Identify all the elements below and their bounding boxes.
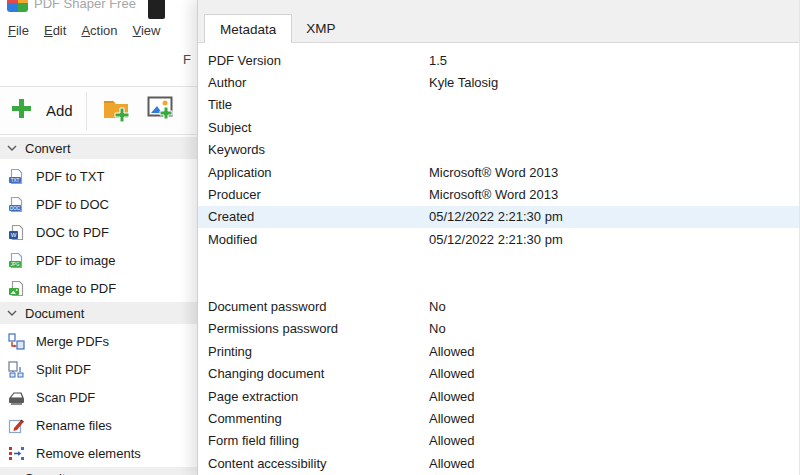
row-value: No <box>429 299 799 314</box>
tab-metadata-label: Metadata <box>220 22 276 37</box>
sidebar-item-label: Scan PDF <box>36 390 95 405</box>
sidebar-item-pdf-to-txt[interactable]: TXT PDF to TXT <box>0 162 197 190</box>
sidebar: Convert TXT PDF to TXT DOC PDF to DOC <box>0 137 197 475</box>
row-label: PDF Version <box>208 53 429 68</box>
row-label: Commenting <box>208 411 429 426</box>
row-value: Kyle Talosig <box>429 75 799 90</box>
row-value: No <box>429 321 799 336</box>
row-subject[interactable]: Subject <box>198 116 799 138</box>
row-value: Microsoft® Word 2013 <box>429 165 799 180</box>
sidebar-item-split-pdf[interactable]: Split PDF <box>0 355 197 383</box>
sidebar-section-convert[interactable]: Convert <box>0 137 197 159</box>
row-label: Producer <box>208 187 429 202</box>
toolbar-separator <box>86 92 87 130</box>
row-label: Printing <box>208 344 429 359</box>
row-pdf-version[interactable]: PDF Version 1.5 <box>198 49 799 71</box>
row-label: Application <box>208 165 429 180</box>
row-changing-document[interactable]: Changing document Allowed <box>198 362 799 384</box>
sidebar-item-label: PDF to TXT <box>36 169 104 184</box>
row-label: Subject <box>208 120 429 135</box>
row-value: Allowed <box>429 456 799 471</box>
sidebar-item-label: PDF to image <box>36 253 115 268</box>
sidebar-section-document[interactable]: Document <box>0 302 197 324</box>
row-value: Allowed <box>429 411 799 426</box>
row-label: Page extraction <box>208 389 429 404</box>
sidebar-item-pdf-to-image[interactable]: JPG PDF to image <box>0 246 197 274</box>
svg-text:JPG: JPG <box>11 261 20 266</box>
row-form-field-filling[interactable]: Form field filling Allowed <box>198 430 799 452</box>
row-producer[interactable]: Producer Microsoft® Word 2013 <box>198 183 799 205</box>
row-modified[interactable]: Modified 05/12/2022 2:21:30 pm <box>198 228 799 250</box>
row-label: Changing document <box>208 366 429 381</box>
row-label: Keywords <box>208 142 429 157</box>
row-label: Author <box>208 75 429 90</box>
sidebar-item-image-to-pdf[interactable]: Image to PDF <box>0 274 197 302</box>
add-image-icon <box>147 96 175 125</box>
sidebar-item-remove-elements[interactable]: Remove elements <box>0 439 197 467</box>
merge-pdfs-icon <box>8 333 25 350</box>
row-printing[interactable]: Printing Allowed <box>198 340 799 362</box>
main-window: PDF Shaper Free File Edit Action View F … <box>0 0 197 475</box>
row-value: 05/12/2022 2:21:30 pm <box>429 209 799 224</box>
row-label: Created <box>208 209 429 224</box>
add-button[interactable]: Add <box>0 97 73 124</box>
row-title[interactable]: Title <box>198 94 799 116</box>
image-to-pdf-icon <box>8 280 25 297</box>
sidebar-item-label: Split PDF <box>36 362 91 377</box>
row-label: Permissions password <box>208 321 429 336</box>
sidebar-item-label: Remove elements <box>36 446 141 461</box>
sidebar-item-rename-files[interactable]: Rename files <box>0 411 197 439</box>
row-content-accessibility[interactable]: Content accessibility Allowed <box>198 452 799 474</box>
row-created-selected[interactable]: Created 05/12/2022 2:21:30 pm <box>198 206 799 228</box>
window-title: PDF Shaper Free <box>34 0 136 11</box>
svg-text:W: W <box>11 232 17 238</box>
add-folder-button[interactable] <box>102 96 132 126</box>
tab-xmp[interactable]: XMP <box>292 15 349 42</box>
sidebar-item-pdf-to-doc[interactable]: DOC PDF to DOC <box>0 190 197 218</box>
toolbar: Add <box>0 86 197 135</box>
row-permissions-password[interactable]: Permissions password No <box>198 318 799 340</box>
add-image-button[interactable] <box>147 96 175 125</box>
sidebar-item-scan-pdf[interactable]: Scan PDF <box>0 383 197 411</box>
row-value: Allowed <box>429 344 799 359</box>
add-button-label: Add <box>46 102 73 119</box>
tab-xmp-label: XMP <box>306 21 335 36</box>
rename-files-icon <box>8 417 25 434</box>
remove-elements-icon <box>8 445 25 462</box>
pdf-to-doc-icon: DOC <box>8 196 25 213</box>
sidebar-section-security[interactable]: Security <box>0 467 197 475</box>
title-bar: PDF Shaper Free <box>0 0 197 14</box>
row-value: Allowed <box>429 389 799 404</box>
menu-action[interactable]: Action <box>81 23 117 38</box>
menu-view[interactable]: View <box>133 23 161 38</box>
sidebar-item-label: Rename files <box>36 418 112 433</box>
sidebar-item-doc-to-pdf[interactable]: W DOC to PDF <box>0 218 197 246</box>
metadata-dialog: Metadata XMP PDF Version 1.5 Author Kyle… <box>197 0 800 475</box>
pdf-to-image-icon: JPG <box>8 252 25 269</box>
section-label: Convert <box>25 141 71 156</box>
row-author[interactable]: Author Kyle Talosig <box>198 71 799 93</box>
titlebar-dark-strip <box>148 0 165 19</box>
row-document-password[interactable]: Document password No <box>198 295 799 317</box>
svg-text:DOC: DOC <box>10 205 21 210</box>
row-commenting[interactable]: Commenting Allowed <box>198 407 799 429</box>
tab-bar: Metadata XMP <box>198 0 799 43</box>
row-application[interactable]: Application Microsoft® Word 2013 <box>198 161 799 183</box>
row-value: Microsoft® Word 2013 <box>429 187 799 202</box>
menu-edit[interactable]: Edit <box>44 23 66 38</box>
menu-file[interactable]: File <box>8 23 29 38</box>
section-label: Security <box>25 471 72 475</box>
tab-metadata[interactable]: Metadata <box>204 14 292 43</box>
row-label: Form field filling <box>208 433 429 448</box>
sidebar-item-merge-pdfs[interactable]: Merge PDFs <box>0 327 197 355</box>
split-pdf-icon <box>8 361 25 378</box>
row-page-extraction[interactable]: Page extraction Allowed <box>198 385 799 407</box>
row-keywords[interactable]: Keywords <box>198 139 799 161</box>
pdf-to-txt-icon: TXT <box>8 168 25 185</box>
svg-text:TXT: TXT <box>11 177 20 182</box>
chevron-down-icon <box>7 310 17 317</box>
row-value: Allowed <box>429 433 799 448</box>
row-value: 05/12/2022 2:21:30 pm <box>429 232 799 247</box>
row-group-spacer <box>198 251 799 296</box>
row-label: Title <box>208 97 429 112</box>
